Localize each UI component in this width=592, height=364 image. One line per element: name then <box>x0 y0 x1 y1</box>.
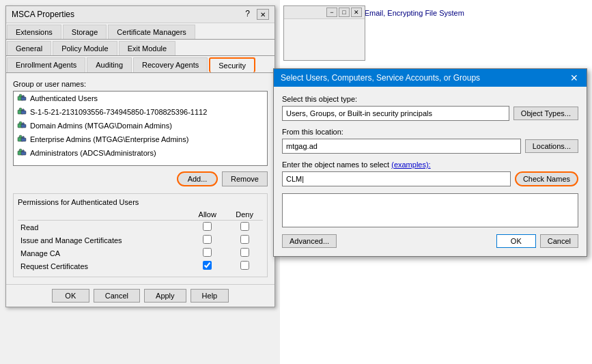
perm-deny-checkbox[interactable] <box>240 261 249 270</box>
perm-allow-cell <box>188 260 226 272</box>
help-icon[interactable]: ? <box>245 9 250 20</box>
locations-button[interactable]: Locations... <box>525 139 578 153</box>
list-item[interactable]: Administrators (ADCS\Administrators) <box>14 146 267 160</box>
from-location-label: From this location: <box>282 128 578 136</box>
svg-rect-2 <box>21 97 26 100</box>
perm-allow-checkbox[interactable] <box>203 248 212 257</box>
perm-name: Request Certificates <box>18 260 188 272</box>
user-item-text: S-1-5-21-2131093556-734945850-1708825396… <box>30 108 207 116</box>
tab-security[interactable]: Security <box>209 57 255 72</box>
enter-names-label: Enter the object names to select (exampl… <box>282 160 578 169</box>
svg-point-5 <box>19 108 22 111</box>
add-remove-row: Add... Remove <box>13 171 268 186</box>
list-item[interactable]: S-1-5-21-2131093556-734945850-1708825396… <box>14 105 267 119</box>
list-item[interactable]: Enterprise Admins (MTGAG\Enterprise Admi… <box>14 132 267 146</box>
dialog-cancel-button[interactable]: Cancel <box>540 234 578 248</box>
mini-close-btn[interactable]: ✕ <box>351 8 362 17</box>
mini-minimize-btn[interactable]: − <box>326 8 337 17</box>
advanced-button[interactable]: Advanced... <box>282 234 337 248</box>
perm-name: Manage CA <box>18 247 188 260</box>
mini-window: − □ ✕ <box>283 5 365 61</box>
tab-storage[interactable]: Storage <box>63 25 107 39</box>
svg-point-3 <box>23 96 25 98</box>
table-row: Read <box>18 221 263 234</box>
dialog-title: Select Users, Computers, Service Account… <box>281 73 480 83</box>
perm-allow-cell <box>188 234 226 247</box>
tab-enrollment-agents[interactable]: Enrollment Agents <box>7 57 85 72</box>
svg-point-7 <box>23 109 25 111</box>
msca-titlebar: MSCA Properties ? ✕ <box>6 6 274 23</box>
user-list[interactable]: Authenticated Users S-1-5-21-2131093556-… <box>13 91 268 166</box>
perm-allow-checkbox[interactable] <box>203 235 212 244</box>
from-location-row: mtgag.ad Locations... <box>282 139 578 154</box>
perm-allow-checkbox[interactable] <box>203 261 212 270</box>
svg-point-9 <box>19 122 22 124</box>
dialog-close-btn[interactable]: ✕ <box>569 72 580 83</box>
tab-general[interactable]: General <box>7 41 51 55</box>
add-button[interactable]: Add... <box>177 171 218 186</box>
cancel-button[interactable]: Cancel <box>94 289 140 303</box>
user-group-icon <box>16 148 27 158</box>
svg-rect-18 <box>21 152 26 155</box>
examples-link[interactable]: (examples): <box>391 160 430 169</box>
group-label: Group or user names: <box>13 80 268 88</box>
perm-col-deny: Deny <box>226 209 263 221</box>
ok-button[interactable]: OK <box>52 289 89 303</box>
msca-content: Group or user names: Authenticated Users… <box>6 73 274 284</box>
permissions-table: Allow Deny Read Issue and Manage Certifi… <box>18 209 263 272</box>
perm-deny-cell <box>226 260 263 272</box>
apply-button[interactable]: Apply <box>144 289 186 303</box>
select-users-dialog: Select Users, Computers, Service Account… <box>273 68 587 257</box>
titlebar-controls: ? ✕ <box>245 9 269 20</box>
svg-point-1 <box>19 94 22 97</box>
msca-properties-window: MSCA Properties ? ✕ Extensions Storage C… <box>5 5 275 307</box>
tab-auditing[interactable]: Auditing <box>87 57 132 72</box>
svg-point-19 <box>23 150 25 152</box>
object-name-box[interactable] <box>282 193 578 227</box>
footer-left: Advanced... <box>282 234 337 248</box>
close-btn[interactable]: ✕ <box>257 9 269 20</box>
svg-point-11 <box>23 123 25 125</box>
dialog-ok-button[interactable]: OK <box>496 234 536 248</box>
perm-allow-cell <box>188 221 226 234</box>
tab-exit-module[interactable]: Exit Module <box>119 41 175 55</box>
user-item-text: Administrators (ADCS\Administrators) <box>30 149 156 157</box>
perm-deny-checkbox[interactable] <box>240 235 249 244</box>
svg-rect-10 <box>21 124 26 128</box>
object-types-button[interactable]: Object Types... <box>513 107 578 120</box>
user-group-icon <box>16 120 27 131</box>
perm-allow-cell <box>188 247 226 260</box>
mini-maximize-btn[interactable]: □ <box>339 8 350 17</box>
svg-point-15 <box>23 137 25 139</box>
tab-policy-module[interactable]: Policy Module <box>53 41 117 55</box>
list-item[interactable]: Authenticated Users <box>14 92 267 105</box>
table-row: Manage CA <box>18 247 263 260</box>
permissions-title: Permissions for Authenticated Users <box>18 198 263 206</box>
permissions-section: Permissions for Authenticated Users Allo… <box>13 193 268 277</box>
tabs-row-2: General Policy Module Exit Module <box>6 40 274 56</box>
user-group-icon <box>16 134 27 145</box>
perm-allow-checkbox[interactable] <box>203 222 212 231</box>
remove-button[interactable]: Remove <box>222 171 268 186</box>
perm-deny-cell <box>226 234 263 247</box>
perm-deny-checkbox[interactable] <box>240 248 249 257</box>
svg-point-17 <box>19 149 22 152</box>
user-item-text: Enterprise Admins (MTGAG\Enterprise Admi… <box>30 135 188 143</box>
perm-deny-checkbox[interactable] <box>240 222 249 231</box>
object-type-label: Select this object type: <box>282 95 578 103</box>
mini-content <box>284 19 365 60</box>
svg-rect-14 <box>21 138 26 141</box>
perm-name: Read <box>18 221 188 234</box>
user-group-icon <box>16 93 27 104</box>
object-names-input[interactable]: CLM| <box>282 171 511 186</box>
list-item[interactable]: Domain Admins (MTGAG\Domain Admins) <box>14 119 267 132</box>
check-names-button[interactable]: Check Names <box>515 171 578 186</box>
tab-extensions[interactable]: Extensions <box>7 25 61 39</box>
tab-recovery-agents[interactable]: Recovery Agents <box>133 57 208 72</box>
help-button[interactable]: Help <box>191 289 229 303</box>
object-names-row: CLM| Check Names <box>282 171 578 186</box>
table-row: Issue and Manage Certificates <box>18 234 263 247</box>
perm-col-name <box>18 209 188 221</box>
object-type-value: Users, Groups, or Built-in security prin… <box>282 106 509 121</box>
tab-certificate-managers[interactable]: Certificate Managers <box>108 25 195 39</box>
